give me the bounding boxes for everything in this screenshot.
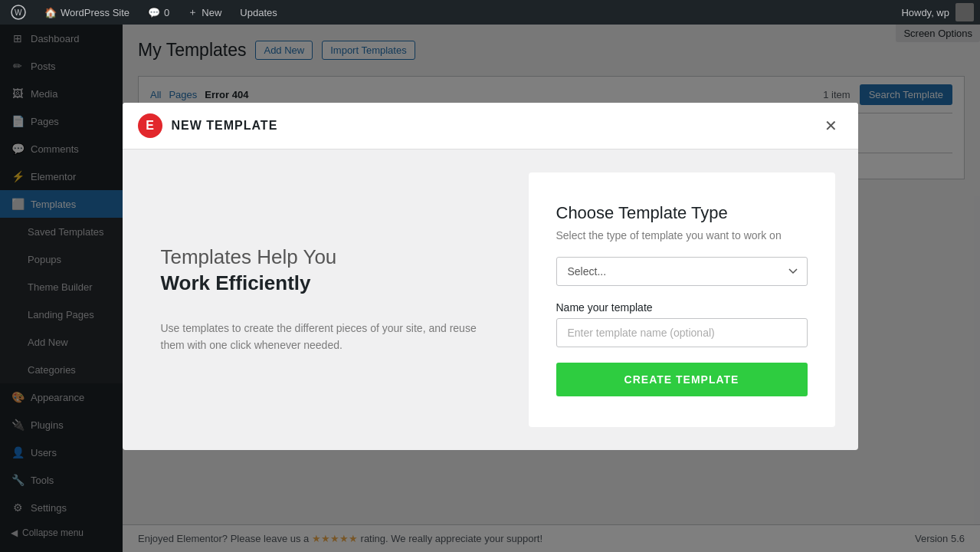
home-icon: 🏠 <box>44 7 57 18</box>
comments-icon: 💬 <box>148 7 160 18</box>
admin-bar-logo-item[interactable]: W <box>6 0 31 25</box>
admin-bar-updates[interactable]: Updates <box>235 0 281 25</box>
comments-count: 0 <box>164 7 169 18</box>
modal-title-bold: Work Efficiently <box>161 271 311 294</box>
new-label: New <box>202 7 221 18</box>
modal-title-normal: Templates Help You <box>161 245 337 268</box>
updates-label: Updates <box>240 7 277 18</box>
admin-bar-right: Howdy, wp <box>901 3 974 21</box>
wordpress-logo-icon: W <box>11 5 26 20</box>
plus-icon: ＋ <box>188 5 198 19</box>
modal-body: Templates Help You Work Efficiently Use … <box>123 150 858 450</box>
template-name-label: Name your template <box>556 301 808 314</box>
modal-header: E NEW TEMPLATE ✕ <box>123 103 858 150</box>
new-template-modal: E NEW TEMPLATE ✕ Templates Help You Work… <box>123 103 858 450</box>
admin-bar-comments[interactable]: 💬 0 <box>143 0 174 25</box>
modal-overlay: E NEW TEMPLATE ✕ Templates Help You Work… <box>0 0 980 552</box>
template-name-group: Name your template <box>556 301 808 347</box>
form-title: Choose Template Type <box>556 203 808 223</box>
howdy-label: Howdy, wp <box>901 7 949 18</box>
modal-left-panel: Templates Help You Work Efficiently Use … <box>146 172 506 427</box>
elementor-modal-logo: E <box>138 113 162 138</box>
admin-bar-new[interactable]: ＋ New <box>183 0 226 25</box>
svg-text:W: W <box>15 8 22 17</box>
form-subtitle: Select the type of template you want to … <box>556 229 808 242</box>
template-name-input[interactable] <box>556 318 808 347</box>
create-template-button[interactable]: CREATE TEMPLATE <box>556 363 808 396</box>
admin-bar-site[interactable]: 🏠 WordPress Site <box>40 0 134 25</box>
site-name: WordPress Site <box>61 7 129 18</box>
template-type-group: Select... <box>556 257 808 286</box>
modal-right-panel: Choose Template Type Select the type of … <box>529 172 835 427</box>
modal-promo-title: Templates Help You Work Efficiently <box>161 245 490 297</box>
avatar <box>955 3 974 21</box>
template-type-select[interactable]: Select... <box>556 257 808 286</box>
modal-close-button[interactable]: ✕ <box>820 114 843 137</box>
modal-promo-description: Use templates to create the different pi… <box>161 320 490 354</box>
modal-title: NEW TEMPLATE <box>172 119 278 133</box>
admin-bar: W 🏠 WordPress Site 💬 0 ＋ New Updates How… <box>0 0 980 25</box>
modal-logo-letter: E <box>146 119 154 133</box>
